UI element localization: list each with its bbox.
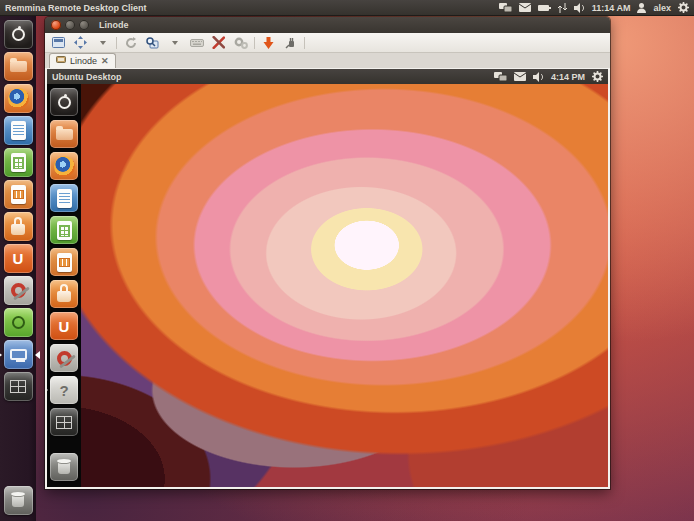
remote-screen[interactable]: U? [47, 84, 608, 487]
libreoffice-writer-icon [57, 189, 72, 208]
home-folder-icon [10, 61, 27, 72]
launcher-item-system-settings[interactable] [50, 344, 78, 372]
launcher-item-trash[interactable] [50, 453, 78, 481]
system-settings-icon [57, 351, 72, 366]
indicator-area: 11:14 AM alex [499, 2, 689, 13]
disconnect-button[interactable] [282, 35, 299, 50]
focused-indicator [35, 351, 40, 359]
fit-window-button[interactable] [72, 35, 89, 50]
window-title: Linode [99, 20, 129, 30]
preferences-gears-button[interactable] [232, 35, 249, 50]
launcher-item-ubuntu-software-center[interactable] [4, 212, 33, 241]
unknown-app-icon: ? [59, 383, 68, 398]
libreoffice-writer-icon [11, 121, 26, 140]
launcher-item-libreoffice-calc[interactable] [50, 216, 78, 244]
volume-icon[interactable] [574, 3, 585, 13]
launcher-item-dash-home[interactable] [50, 88, 78, 116]
launcher-item-ubuntu-one[interactable]: U [4, 244, 33, 273]
remmina-toolbar [45, 33, 610, 53]
clock[interactable]: 11:14 AM [592, 3, 631, 13]
libreoffice-calc-icon [57, 221, 72, 240]
mail-icon[interactable] [514, 72, 526, 81]
ubuntu-software-center-icon [11, 224, 25, 235]
remote-active-app-title: Ubuntu Desktop [52, 72, 122, 82]
launcher-item-dash-home[interactable] [4, 20, 33, 49]
firefox-icon [8, 88, 29, 109]
libreoffice-impress-icon [57, 253, 72, 272]
gear-icon[interactable] [592, 71, 603, 82]
launcher-item-ubuntu-logo[interactable] [4, 308, 33, 337]
remote-indicator-area: 4:14 PM [494, 71, 603, 82]
remmina-icon [10, 349, 27, 360]
trash-icon [12, 494, 24, 507]
workspace-switcher-icon [10, 380, 26, 393]
launcher-item-system-settings[interactable] [4, 276, 33, 305]
close-window-button[interactable] [51, 20, 61, 30]
scaled-mode-dropdown-icon[interactable] [166, 35, 183, 50]
ubuntu-logo-icon [12, 316, 25, 329]
launcher-item-workspace-switcher[interactable] [50, 408, 78, 436]
tools-button[interactable] [210, 35, 227, 50]
active-app-title: Remmina Remote Desktop Client [5, 3, 147, 13]
mail-icon[interactable] [519, 3, 531, 12]
tab-label: Linode [70, 56, 97, 66]
libreoffice-calc-icon [11, 153, 26, 172]
window-titlebar[interactable]: Linode [45, 17, 610, 33]
dash-home-icon [58, 96, 71, 109]
tab-connection-icon [56, 56, 66, 66]
remote-top-panel: Ubuntu Desktop 4:14 PM [47, 69, 608, 84]
unity-launcher: U [0, 16, 36, 521]
maximize-window-button[interactable] [79, 20, 89, 30]
minimize-to-tray-button[interactable] [260, 35, 277, 50]
fullscreen-toggle-button[interactable] [50, 35, 67, 50]
remmina-window: Linode Linode ✕ [45, 17, 610, 489]
system-settings-icon [11, 283, 26, 298]
launcher-item-home-folder[interactable] [4, 52, 33, 81]
launcher-item-unknown-app[interactable]: ? [50, 376, 78, 404]
ubuntu-one-icon: U [13, 251, 24, 266]
remote-clock[interactable]: 4:14 PM [551, 72, 585, 82]
battery-icon[interactable] [538, 4, 551, 12]
toolbar-separator [304, 37, 305, 49]
sync-arrows-icon[interactable] [558, 3, 567, 13]
libreoffice-impress-icon [11, 185, 26, 204]
remote-unity-launcher: U? [47, 84, 81, 487]
launcher-item-libreoffice-impress[interactable] [50, 248, 78, 276]
workspace-switcher-icon [56, 416, 72, 429]
launcher-item-libreoffice-calc[interactable] [4, 148, 33, 177]
launcher-item-trash[interactable] [4, 486, 33, 515]
running-indicator [47, 386, 48, 394]
launcher-item-remmina[interactable] [4, 340, 33, 369]
remote-network-icon[interactable] [494, 72, 507, 82]
scaled-mode-button[interactable] [144, 35, 161, 50]
home-folder-icon [56, 129, 73, 140]
remote-wallpaper[interactable] [47, 84, 608, 487]
launcher-item-ubuntu-software-center[interactable] [50, 280, 78, 308]
remote-network-icon[interactable] [499, 3, 512, 13]
tab-linode[interactable]: Linode ✕ [49, 53, 116, 68]
launcher-item-libreoffice-impress[interactable] [4, 180, 33, 209]
screen: Remmina Remote Desktop Client 11:14 AM a… [0, 0, 694, 521]
launcher-item-firefox[interactable] [4, 84, 33, 113]
username[interactable]: alex [653, 3, 671, 13]
keyboard-grab-button[interactable] [188, 35, 205, 50]
launcher-item-workspace-switcher[interactable] [4, 372, 33, 401]
fit-window-dropdown-icon[interactable] [94, 35, 111, 50]
launcher-item-firefox[interactable] [50, 152, 78, 180]
trash-icon [58, 461, 70, 474]
remote-viewport[interactable]: Ubuntu Desktop 4:14 PM U? [45, 68, 610, 489]
user-icon[interactable] [637, 3, 646, 13]
ubuntu-software-center-icon [57, 291, 71, 302]
minimize-window-button[interactable] [65, 20, 75, 30]
launcher-item-home-folder[interactable] [50, 120, 78, 148]
tab-close-icon[interactable]: ✕ [101, 57, 109, 66]
running-indicator [0, 351, 2, 359]
firefox-icon [54, 156, 75, 177]
launcher-item-libreoffice-writer[interactable] [4, 116, 33, 145]
tab-strip: Linode ✕ [45, 53, 610, 68]
launcher-item-libreoffice-writer[interactable] [50, 184, 78, 212]
refresh-button[interactable] [122, 35, 139, 50]
volume-icon[interactable] [533, 72, 544, 82]
gear-icon[interactable] [678, 2, 689, 13]
launcher-item-ubuntu-one[interactable]: U [50, 312, 78, 340]
